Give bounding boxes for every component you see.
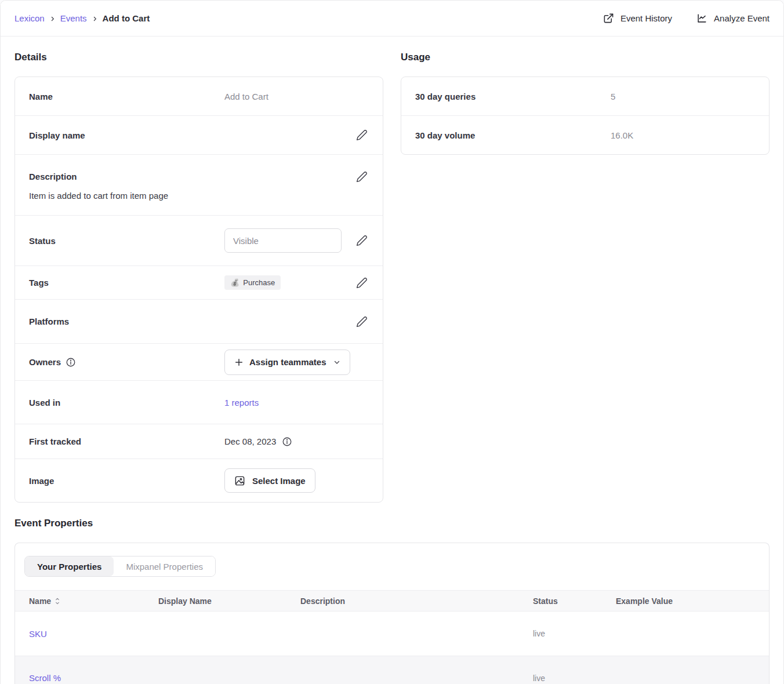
event-history-label: Event History xyxy=(620,13,672,23)
breadcrumb-lexicon[interactable]: Lexicon xyxy=(14,13,45,23)
tags-label: Tags xyxy=(29,278,224,288)
analyze-event-button[interactable]: Analyze Event xyxy=(696,13,770,24)
properties-table-header: Name Display Name Description Status Exa… xyxy=(15,590,769,612)
description-value: Item is added to cart from item page xyxy=(29,191,369,201)
analyze-event-label: Analyze Event xyxy=(714,13,770,23)
used-in-reports-link[interactable]: 1 reports xyxy=(224,398,259,408)
event-properties-section: Event Properties Your Properties Mixpane… xyxy=(14,518,770,684)
details-card: Name Add to Cart Display name xyxy=(14,77,383,503)
edit-platforms-button[interactable] xyxy=(355,315,369,329)
chevron-down-icon xyxy=(333,359,340,366)
pencil-icon xyxy=(356,171,368,183)
detail-row-name: Name Add to Cart xyxy=(15,77,383,115)
property-status: live xyxy=(533,629,616,638)
image-label: Image xyxy=(29,476,224,486)
edit-description-button[interactable] xyxy=(355,170,369,184)
detail-row-first-tracked: First tracked Dec 08, 2023 xyxy=(15,424,383,459)
money-bag-icon: 💰 xyxy=(230,278,239,287)
chevron-right-icon xyxy=(50,16,55,21)
usage-card: 30 day queries 5 30 day volume 16.0K xyxy=(401,77,770,155)
queries-label: 30 day queries xyxy=(415,92,611,101)
event-history-button[interactable]: Event History xyxy=(603,13,672,24)
breadcrumb-current-event: Add to Cart xyxy=(103,13,150,23)
volume-label: 30 day volume xyxy=(415,130,611,140)
column-header-name[interactable]: Name xyxy=(15,596,158,606)
detail-row-image: Image Select Image xyxy=(15,459,383,502)
detail-row-owners: Owners Assign teammates xyxy=(15,343,383,380)
image-icon xyxy=(234,475,245,486)
edit-display-name-button[interactable] xyxy=(355,128,369,142)
edit-tags-button[interactable] xyxy=(355,276,369,290)
display-name-label: Display name xyxy=(29,130,224,140)
chevron-right-icon xyxy=(92,16,97,21)
assign-teammates-button[interactable]: Assign teammates xyxy=(224,350,350,375)
external-link-icon xyxy=(603,13,614,24)
volume-value: 16.0K xyxy=(611,130,755,140)
topbar-actions: Event History Analyze Event xyxy=(603,13,770,24)
usage-row-volume: 30 day volume 16.0K xyxy=(401,115,769,154)
column-header-status: Status xyxy=(533,596,616,606)
event-properties-card: Your Properties Mixpanel Properties Name… xyxy=(14,543,770,684)
description-label: Description xyxy=(29,172,224,181)
detail-row-description: Description Item is added to cart from i… xyxy=(15,154,383,215)
detail-row-display-name: Display name xyxy=(15,115,383,154)
status-input[interactable] xyxy=(224,228,342,253)
first-tracked-value: Dec 08, 2023 xyxy=(224,436,276,446)
column-header-display-name: Display Name xyxy=(158,596,300,606)
platforms-label: Platforms xyxy=(29,316,224,326)
main-content: Details Name Add to Cart Display name xyxy=(1,37,783,684)
plus-icon xyxy=(234,358,244,367)
property-name-link[interactable]: SKU xyxy=(15,629,158,639)
detail-row-platforms: Platforms xyxy=(15,299,383,343)
owners-label: Owners xyxy=(29,357,61,367)
pencil-icon xyxy=(356,235,368,246)
detail-row-tags: Tags 💰 Purchase xyxy=(15,265,383,299)
column-header-description: Description xyxy=(300,596,533,606)
breadcrumb: Lexicon Events Add to Cart xyxy=(14,13,150,23)
info-icon[interactable] xyxy=(282,436,292,447)
name-value: Add to Cart xyxy=(224,92,369,101)
lexicon-event-detail-page: Lexicon Events Add to Cart Event History xyxy=(0,0,784,684)
sort-icon[interactable] xyxy=(55,598,60,605)
first-tracked-label: First tracked xyxy=(29,436,224,446)
select-image-label: Select Image xyxy=(252,476,306,486)
line-chart-icon xyxy=(696,13,707,24)
assign-teammates-label: Assign teammates xyxy=(249,357,326,367)
property-name-link[interactable]: Scroll % xyxy=(15,673,158,683)
column-header-example-value: Example Value xyxy=(616,596,769,606)
event-properties-title: Event Properties xyxy=(14,518,770,529)
used-in-label: Used in xyxy=(29,398,224,408)
name-label: Name xyxy=(29,92,224,101)
details-section-title: Details xyxy=(14,52,383,63)
tab-your-properties[interactable]: Your Properties xyxy=(25,556,114,576)
status-label: Status xyxy=(29,236,224,246)
detail-row-used-in: Used in 1 reports xyxy=(15,380,383,424)
table-row[interactable]: SKU live xyxy=(15,612,769,656)
table-row[interactable]: Scroll % live xyxy=(15,656,769,684)
pencil-icon xyxy=(356,316,368,328)
tab-mixpanel-properties[interactable]: Mixpanel Properties xyxy=(114,556,215,576)
tag-chip-label: Purchase xyxy=(243,278,275,287)
usage-row-queries: 30 day queries 5 xyxy=(401,77,769,115)
properties-tab-group: Your Properties Mixpanel Properties xyxy=(24,556,216,577)
detail-row-status: Status xyxy=(15,215,383,265)
queries-value: 5 xyxy=(611,92,755,101)
properties-table: Name Display Name Description Status Exa… xyxy=(15,590,769,684)
top-bar: Lexicon Events Add to Cart Event History xyxy=(1,1,783,37)
select-image-button[interactable]: Select Image xyxy=(224,468,315,493)
pencil-icon xyxy=(356,129,368,141)
pencil-icon xyxy=(356,277,368,289)
breadcrumb-events[interactable]: Events xyxy=(60,13,87,23)
info-icon[interactable] xyxy=(66,357,76,368)
usage-section-title: Usage xyxy=(401,52,770,63)
property-status: live xyxy=(533,674,616,683)
edit-status-button[interactable] xyxy=(355,234,369,248)
tag-chip-purchase[interactable]: 💰 Purchase xyxy=(224,275,281,290)
